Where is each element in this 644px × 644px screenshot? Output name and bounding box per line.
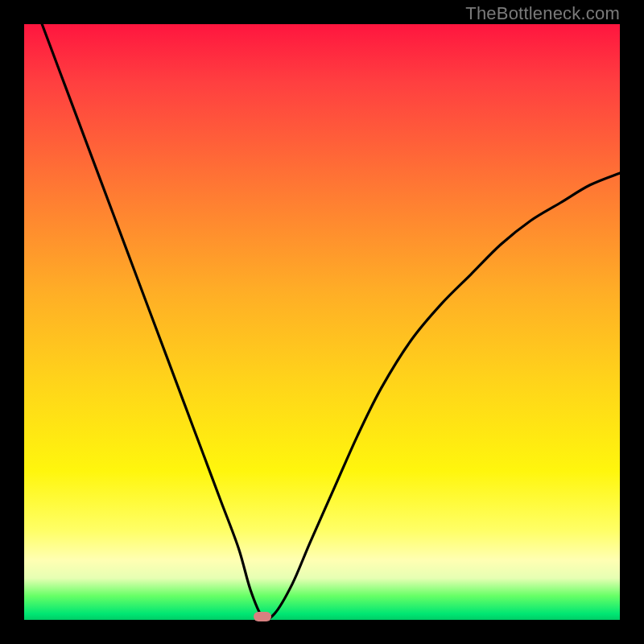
optimal-point-marker — [254, 612, 271, 621]
plot-area — [24, 24, 620, 620]
watermark-text: TheBottleneck.com — [465, 3, 620, 24]
bottleneck-curve — [24, 24, 620, 620]
chart-frame: TheBottleneck.com — [0, 0, 644, 644]
